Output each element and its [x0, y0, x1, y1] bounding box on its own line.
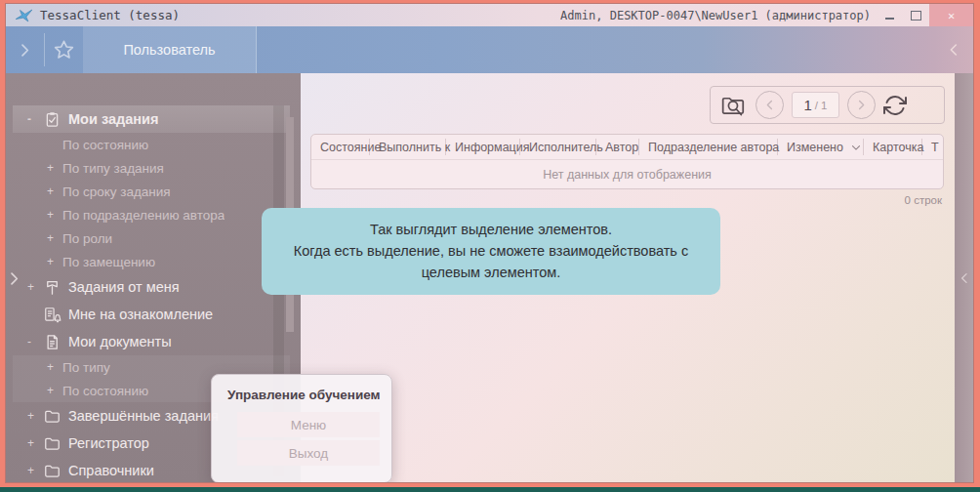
- tree-item-label: По подразделению автора: [62, 208, 225, 223]
- document-icon: [43, 333, 68, 351]
- column-header-label: Т: [931, 141, 939, 154]
- sidebar-item[interactable]: +По роли: [13, 226, 290, 250]
- exit-button[interactable]: Выход: [237, 440, 380, 466]
- next-page-button[interactable]: [847, 91, 876, 119]
- tree-expander-toggle[interactable]: -: [27, 112, 43, 126]
- tree-item-label: По состоянию: [62, 384, 148, 398]
- tree-item-label: Мои задания: [68, 111, 158, 127]
- tree-item-label: По замещению: [62, 255, 155, 269]
- column-header[interactable]: Карточка: [864, 139, 922, 155]
- minimize-button[interactable]: [877, 4, 903, 26]
- column-header-label: Выполнить к: [379, 141, 450, 154]
- tree-expander-toggle[interactable]: +: [27, 280, 43, 294]
- tree-expander-toggle[interactable]: +: [27, 464, 43, 477]
- row-count-label: 0 строк: [905, 194, 942, 206]
- collapse-tabbar-button[interactable]: [938, 26, 969, 73]
- nav-forward-button[interactable]: [6, 26, 44, 73]
- chevron-left-icon: [946, 42, 961, 58]
- close-button[interactable]: ✕: [929, 4, 973, 26]
- page-current: 1: [804, 97, 812, 113]
- tree-expander-toggle[interactable]: +: [47, 360, 62, 374]
- chevron-down-icon: [849, 141, 863, 154]
- refresh-button[interactable]: [883, 94, 907, 117]
- page-separator: /: [815, 100, 818, 111]
- panel-collapse-handle[interactable]: [955, 73, 973, 482]
- column-header[interactable]: Исполнитель: [520, 139, 596, 155]
- folder-icon: [43, 407, 68, 426]
- column-header[interactable]: Информация: [446, 139, 520, 155]
- tree-expander-toggle[interactable]: +: [47, 384, 62, 397]
- sidebar-item[interactable]: +По типу задания: [13, 156, 290, 180]
- minimize-icon: [885, 18, 894, 20]
- column-header-label: Подразделение автора: [648, 141, 779, 154]
- sidebar-item[interactable]: +По подразделению автора: [13, 203, 290, 226]
- view-toolbar: 1 / 1: [710, 86, 945, 124]
- application-window: TessaClient (tessa) Admin, DESKTOP-0047\…: [0, 0, 980, 492]
- column-header-label: Информация: [455, 141, 530, 154]
- sidebar-item[interactable]: По состоянию: [13, 133, 290, 156]
- content-area: -Мои заданияПо состоянию+По типу задания…: [6, 73, 973, 482]
- sidebar-item[interactable]: +Задания от меня: [13, 273, 290, 301]
- popup-title: Управление обучением: [227, 388, 391, 402]
- column-header[interactable]: Выполнить к: [370, 139, 446, 155]
- chevron-left-icon: [763, 99, 776, 111]
- sidebar-item[interactable]: -Мои документы: [13, 328, 290, 355]
- tree-expander-toggle[interactable]: -: [27, 335, 43, 348]
- sidebar-item[interactable]: Мне на ознакомление: [13, 301, 290, 328]
- maximize-button[interactable]: [903, 4, 929, 26]
- selection-tooltip: Так выглядит выделение элементов. Когда …: [262, 208, 720, 295]
- sidebar-item[interactable]: +По замещению: [13, 250, 290, 273]
- sidebar-item[interactable]: -Мои задания: [13, 105, 290, 133]
- star-icon: [52, 38, 76, 62]
- tree-item-label: По типу задания: [62, 161, 164, 176]
- column-header[interactable]: Т: [922, 139, 943, 155]
- tree-item-label: Справочники: [68, 463, 154, 478]
- window-titlebar: TessaClient (tessa) Admin, DESKTOP-0047\…: [6, 4, 973, 26]
- window-title: TessaClient (tessa): [40, 8, 180, 22]
- tooltip-line-1: Так выглядит выделение элементов.: [275, 220, 707, 241]
- tree-expander-toggle[interactable]: +: [47, 184, 62, 198]
- page-indicator[interactable]: 1 / 1: [792, 92, 839, 118]
- tree-item-label: По сроку задания: [62, 184, 171, 199]
- tree-expander-toggle[interactable]: +: [47, 161, 62, 175]
- tree-item-label: По типу: [62, 360, 110, 375]
- maximize-icon: [911, 11, 921, 20]
- tree-expander-toggle[interactable]: +: [47, 255, 62, 268]
- column-header-label: Карточка: [873, 141, 923, 154]
- favorites-button[interactable]: [45, 26, 83, 73]
- tree-item-label: По роли: [62, 231, 112, 246]
- column-header-label: Изменено: [787, 141, 843, 154]
- sidebar-expand-handle[interactable]: [6, 263, 29, 294]
- tree-expander-toggle[interactable]: +: [27, 409, 43, 423]
- chevron-right-icon: [855, 99, 868, 111]
- tessa-client-window: TessaClient (tessa) Admin, DESKTOP-0047\…: [6, 4, 973, 482]
- search-in-folder-button[interactable]: [719, 93, 748, 118]
- folder-search-icon: [719, 93, 748, 118]
- column-header[interactable]: Изменено: [778, 139, 864, 155]
- desktop-taskbar-strip: [0, 487, 980, 492]
- tree-item-label: Задания от меня: [68, 279, 180, 295]
- table-header-row: СостояниеВыполнить кИнформацияИсполнител…: [311, 135, 943, 159]
- previous-page-button[interactable]: [755, 91, 784, 119]
- tree-item-label: Регистратор: [68, 435, 149, 451]
- tab-user[interactable]: Пользователь: [83, 26, 257, 73]
- tree-expander-toggle[interactable]: +: [27, 436, 43, 450]
- tree-item-label: Мои документы: [68, 334, 172, 349]
- column-header[interactable]: Автор: [596, 139, 639, 155]
- tree-expander-toggle[interactable]: +: [47, 231, 62, 245]
- column-header[interactable]: Подразделение автора: [639, 139, 778, 155]
- chevron-right-icon: [6, 270, 22, 287]
- window-user-info: Admin, DESKTOP-0047\NewUser1 (администра…: [560, 9, 871, 22]
- clipboard-check-icon: [43, 110, 68, 129]
- column-header-label: Исполнитель: [529, 141, 603, 154]
- chevron-right-icon: [17, 42, 33, 59]
- menu-button[interactable]: Меню: [237, 412, 380, 437]
- column-header[interactable]: Состояние: [311, 139, 370, 155]
- flag-icon: [43, 278, 68, 297]
- tree-item-label: Завершённые задания: [68, 408, 219, 424]
- tasks-table: СостояниеВыполнить кИнформацияИсполнител…: [310, 134, 944, 189]
- sidebar-item[interactable]: +По сроку задания: [13, 180, 290, 203]
- empty-table-message: Нет данных для отображения: [311, 159, 943, 188]
- page-total: 1: [821, 100, 827, 111]
- tree-expander-toggle[interactable]: +: [47, 208, 62, 222]
